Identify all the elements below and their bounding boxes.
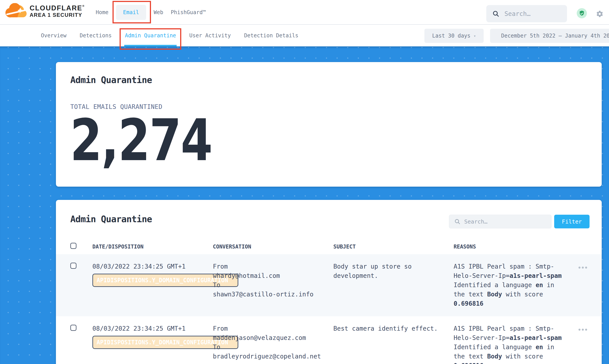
- brand-subtitle: AREA 1 SECURITY: [30, 12, 85, 18]
- table-search-placeholder: Search…: [464, 219, 487, 225]
- filter-button[interactable]: Filter: [554, 215, 590, 228]
- security-status-badge[interactable]: [577, 8, 587, 18]
- table-row[interactable]: 08/03/2022 23:34:25 GMT+1 APIDISPOSITION…: [56, 254, 602, 316]
- summary-card: Admin Quarantine TOTAL EMAILS QUARANTINE…: [56, 62, 602, 187]
- cell-subject: Body star up store so development.: [333, 262, 444, 281]
- row-actions-ellipsis-icon[interactable]: [579, 267, 587, 269]
- select-all-checkbox[interactable]: [70, 243, 77, 249]
- email-section-tabs: Overview Detections Admin Quarantine Use…: [41, 25, 298, 46]
- column-header-date-disposition: DATE/DISPOSITION: [92, 244, 143, 250]
- cell-reasons: A1S IPBL Pearl spam : Smtp-Helo-Server-I…: [454, 262, 564, 308]
- tab-detection-details[interactable]: Detection Details: [244, 25, 298, 46]
- primary-nav: Home Email Web PhishGuard™: [96, 0, 206, 25]
- registered-mark-icon: ®: [82, 4, 85, 8]
- column-header-reasons: REASONS: [454, 244, 476, 250]
- metric-value: 2,274: [70, 112, 212, 169]
- to-address: bradleyrodriguez@copeland.net: [213, 352, 328, 361]
- to-address: shawn37@castillo-ortiz.info: [213, 290, 328, 299]
- tab-detections[interactable]: Detections: [80, 25, 112, 46]
- date-range-value[interactable]: December 5th 2022 — January 4th 2023: [490, 29, 609, 43]
- row-checkbox[interactable]: [70, 325, 77, 331]
- from-label: From: [213, 262, 328, 271]
- to-label: To: [213, 343, 328, 352]
- from-address: maddenjason@velazquez.com: [213, 333, 328, 343]
- top-header: CLOUDFLARE® AREA 1 SECURITY Home Email W…: [0, 0, 609, 25]
- brand-name: CLOUDFLARE®: [30, 4, 85, 12]
- search-icon: [454, 218, 461, 225]
- active-tab-underline: [124, 45, 177, 46]
- cell-conversation: From maddenjason@velazquez.com To bradle…: [213, 324, 328, 361]
- row-actions-ellipsis-icon[interactable]: [579, 329, 587, 331]
- nav-item-web[interactable]: Web: [154, 9, 163, 15]
- page-background: Admin Quarantine TOTAL EMAILS QUARANTINE…: [0, 46, 609, 364]
- from-label: From: [213, 324, 328, 333]
- from-address: whardy@hotmail.com: [213, 271, 328, 281]
- table-header: DATE/DISPOSITION CONVERSATION SUBJECT RE…: [56, 237, 602, 254]
- table-card-title: Admin Quarantine: [70, 214, 152, 224]
- tab-overview[interactable]: Overview: [41, 25, 67, 46]
- chevron-down-icon: ▾: [474, 34, 476, 38]
- quarantine-table-card: Admin Quarantine Search… Filter DATE/DIS…: [56, 200, 602, 364]
- settings-gear-icon[interactable]: [596, 10, 603, 18]
- cloudflare-cloud-icon: [5, 3, 28, 19]
- cell-date: 08/03/2022 23:34:25 GMT+1: [92, 262, 212, 271]
- nav-item-home[interactable]: Home: [96, 9, 108, 15]
- tab-admin-quarantine[interactable]: Admin Quarantine: [125, 25, 176, 46]
- column-header-conversation: CONVERSATION: [213, 244, 251, 250]
- cell-subject: Best camera identify effect.: [333, 324, 444, 333]
- cell-conversation: From whardy@hotmail.com To shawn37@casti…: [213, 262, 328, 299]
- global-search-input[interactable]: Search…: [486, 5, 567, 22]
- nav-item-phishguard[interactable]: PhishGuard™: [171, 9, 206, 15]
- date-range-preset-dropdown[interactable]: Last 30 days ▾: [424, 29, 484, 43]
- shield-check-icon: [579, 10, 585, 16]
- nav-item-email[interactable]: Email: [116, 5, 146, 20]
- table-row[interactable]: 08/03/2022 23:34:25 GMT+1 APIDISPOSITION…: [56, 316, 602, 364]
- column-header-subject: SUBJECT: [333, 244, 356, 250]
- brand-logo[interactable]: CLOUDFLARE® AREA 1 SECURITY: [5, 2, 85, 19]
- global-search-placeholder: Search…: [504, 10, 530, 17]
- summary-card-title: Admin Quarantine: [70, 75, 152, 85]
- search-icon: [492, 10, 500, 17]
- area1-security-dashboard: CLOUDFLARE® AREA 1 SECURITY Home Email W…: [0, 0, 609, 364]
- row-checkbox[interactable]: [70, 263, 77, 269]
- table-search-input[interactable]: Search…: [449, 215, 552, 228]
- to-label: To: [213, 281, 328, 290]
- table-body: 08/03/2022 23:34:25 GMT+1 APIDISPOSITION…: [56, 254, 602, 364]
- cell-date: 08/03/2022 23:34:25 GMT+1: [92, 324, 212, 333]
- cell-reasons: A1S IPBL Pearl spam : Smtp-Helo-Server-I…: [454, 324, 564, 364]
- tab-user-activity[interactable]: User Activity: [189, 25, 231, 46]
- header-actions: Search…: [486, 0, 609, 25]
- sub-nav: Overview Detections Admin Quarantine Use…: [0, 25, 609, 46]
